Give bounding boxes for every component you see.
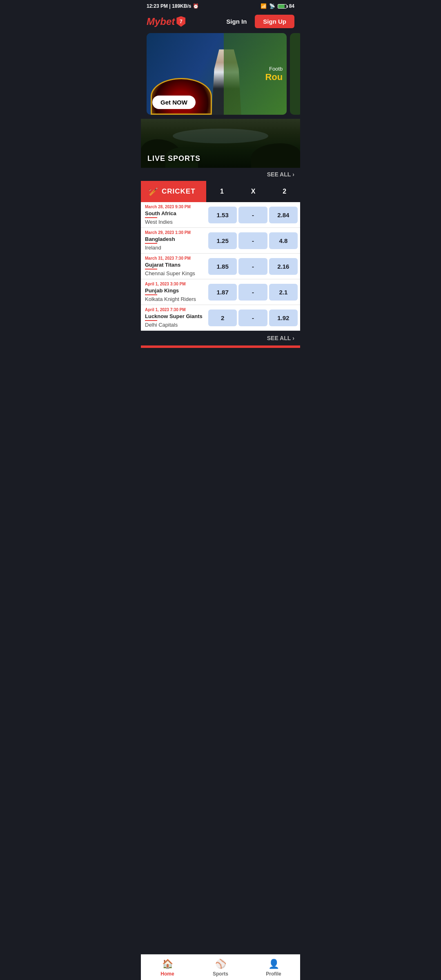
match-table: March 28, 2023 9:30 PM South Africa West… [141, 202, 300, 331]
status-bar: 12:23 PM | 189KB/s ⏰ 📶 📡 84 [141, 0, 300, 11]
column-headers: 1 X 2 [206, 182, 300, 201]
cricket-label-box: 🏏 CRICKET [141, 181, 206, 202]
banner-text-overlay: Footb Rou [265, 66, 283, 82]
banner-line1: Footb [265, 66, 283, 72]
match-team2-1: Ireland [145, 245, 207, 251]
odd1-2[interactable]: 1.85 [208, 258, 237, 275]
match-team1-4: Lucknow Super Giants [145, 313, 207, 319]
match-separator-2 [145, 269, 157, 270]
match-separator-3 [145, 294, 157, 295]
live-sports-label: LIVE SPORTS [147, 154, 200, 163]
time-text: 12:23 PM | 189KB/s [147, 3, 191, 9]
match-info-1: March 29, 2023 1:30 PM Bangladesh Irelan… [145, 230, 208, 251]
match-info-3: April 1, 2023 3:30 PM Punjab Kings Kolka… [145, 282, 208, 302]
oddX-1[interactable]: - [238, 232, 267, 249]
match-info-4: April 1, 2023 7:30 PM Lucknow Super Gian… [145, 307, 208, 328]
col-2-header: 2 [269, 182, 300, 201]
match-date-3: April 1, 2023 3:30 PM [145, 282, 207, 286]
chevron-right-icon-1: › [292, 171, 294, 178]
odds-cells-2: 1.85 - 2.16 [208, 258, 300, 275]
battery-percent: 84 [289, 3, 294, 9]
table-row: April 1, 2023 3:30 PM Punjab Kings Kolka… [141, 279, 300, 305]
alarm-icon: ⏰ [193, 3, 199, 9]
banner-carousel: Footb Rou Get NOW [141, 33, 300, 115]
match-team2-3: Kolkata Knight Riders [145, 296, 207, 302]
table-row: March 31, 2023 7:30 PM Gujarat Titans Ch… [141, 254, 300, 279]
banner-section: Footb Rou Get NOW [141, 33, 300, 115]
status-icons: 📶 📡 84 [261, 3, 294, 9]
odd2-1[interactable]: 4.8 [269, 232, 298, 249]
bottom-navigation: 🏠 Home ⚾ Sports 👤 Profile [141, 954, 300, 980]
header-actions: Sign In Sign Up [222, 15, 294, 28]
banner-line2: Rou [265, 72, 283, 82]
match-separator-1 [145, 243, 157, 244]
odds-cells-3: 1.87 - 2.1 [208, 284, 300, 301]
odd1-3[interactable]: 1.87 [208, 284, 237, 301]
sports-label: Sports [213, 971, 228, 977]
oddX-2[interactable]: - [238, 258, 267, 275]
chevron-right-icon-2: › [292, 335, 294, 341]
match-date-2: March 31, 2023 7:30 PM [145, 256, 207, 261]
see-all-row-1: SEE ALL › [141, 168, 300, 181]
match-team1-2: Gujarat Titans [145, 262, 207, 268]
match-info-2: March 31, 2023 7:30 PM Gujarat Titans Ch… [145, 256, 208, 276]
logo: Mybet 7 [147, 16, 185, 27]
see-all-button-1[interactable]: SEE ALL › [267, 171, 294, 178]
logo-shield: 7 [176, 16, 185, 27]
col-x-header: X [238, 182, 269, 201]
logo-number: 7 [180, 19, 183, 24]
odd1-0[interactable]: 1.53 [208, 207, 237, 223]
profile-label: Profile [266, 971, 281, 977]
sports-icon: ⚾ [215, 959, 226, 969]
nav-sports[interactable]: ⚾ Sports [194, 955, 247, 980]
odd1-1[interactable]: 1.25 [208, 232, 237, 249]
odd2-4[interactable]: 1.92 [269, 310, 298, 326]
table-row: March 29, 2023 1:30 PM Bangladesh Irelan… [141, 228, 300, 254]
match-team2-2: Chennai Super Kings [145, 270, 207, 276]
signin-button[interactable]: Sign In [222, 16, 251, 27]
oddX-0[interactable]: - [238, 207, 267, 223]
odd2-0[interactable]: 2.84 [269, 207, 298, 223]
get-now-button[interactable]: Get NOW [152, 96, 196, 109]
banner-card-next [290, 33, 300, 115]
oddX-4[interactable]: - [238, 310, 267, 326]
nav-home[interactable]: 🏠 Home [141, 955, 194, 980]
table-row: April 1, 2023 7:30 PM Lucknow Super Gian… [141, 305, 300, 331]
odd1-4[interactable]: 2 [208, 310, 237, 326]
match-separator-0 [145, 217, 157, 218]
rock-right [251, 143, 300, 168]
cricket-section-header: 🏏 CRICKET 1 X 2 [141, 181, 300, 202]
match-separator-4 [145, 320, 157, 321]
odds-cells-4: 2 - 1.92 [208, 310, 300, 326]
app-header: Mybet 7 Sign In Sign Up [141, 11, 300, 33]
match-info-0: March 28, 2023 9:30 PM South Africa West… [145, 205, 208, 225]
odd2-2[interactable]: 2.16 [269, 258, 298, 275]
profile-icon: 👤 [268, 959, 279, 969]
match-team1-3: Punjab Kings [145, 287, 207, 294]
match-date-0: March 28, 2023 9:30 PM [145, 205, 207, 209]
odd2-3[interactable]: 2.1 [269, 284, 298, 301]
signup-button[interactable]: Sign Up [255, 15, 294, 28]
cricket-ball-icon: 🏏 [148, 187, 158, 196]
battery-icon [278, 4, 287, 9]
match-team2-4: Delhi Capitals [145, 322, 207, 328]
see-all-label-2: SEE ALL [267, 335, 291, 341]
see-all-label-1: SEE ALL [267, 171, 291, 178]
match-team1-1: Bangladesh [145, 236, 207, 242]
col-1-header: 1 [206, 182, 238, 201]
cricket-title: CRICKET [162, 187, 196, 196]
home-label: Home [160, 971, 174, 977]
wifi-icon: 📡 [269, 3, 275, 9]
odds-cells-1: 1.25 - 4.8 [208, 232, 300, 249]
see-all-row-2: SEE ALL › [141, 331, 300, 345]
match-date-1: March 29, 2023 1:30 PM [145, 230, 207, 235]
logo-text: Mybet [147, 16, 175, 27]
status-time: 12:23 PM | 189KB/s ⏰ [147, 3, 199, 9]
banner-card: Footb Rou Get NOW [147, 33, 287, 115]
oddX-3[interactable]: - [238, 284, 267, 301]
home-icon: 🏠 [162, 959, 173, 969]
match-date-4: April 1, 2023 7:30 PM [145, 307, 207, 312]
signal-icon: 📶 [261, 3, 267, 9]
see-all-button-2[interactable]: SEE ALL › [267, 335, 294, 341]
nav-profile[interactable]: 👤 Profile [247, 955, 300, 980]
